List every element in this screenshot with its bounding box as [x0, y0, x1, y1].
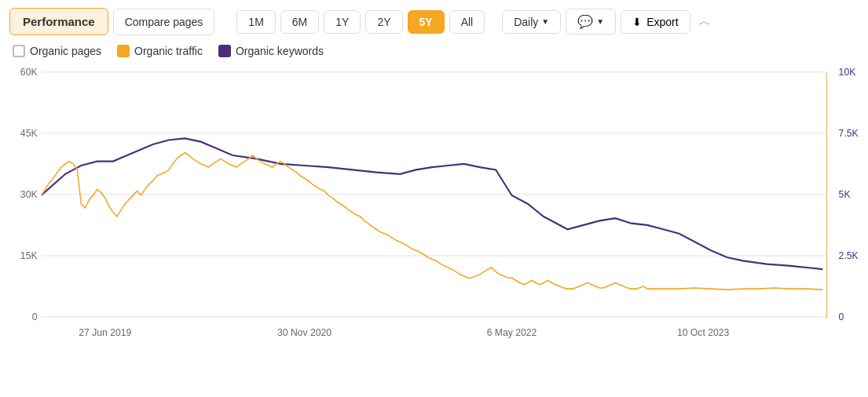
legend-organic-pages[interactable]: Organic pages [13, 45, 101, 57]
svg-text:5K: 5K [839, 189, 851, 200]
period-1m-button[interactable]: 1M [236, 10, 275, 34]
compare-pages-button[interactable]: Compare pages [113, 9, 215, 35]
legend-pages-label: Organic pages [30, 45, 101, 57]
legend-pages-checkbox [13, 45, 25, 57]
legend-traffic-label: Organic traffic [134, 45, 203, 57]
svg-text:45K: 45K [20, 128, 38, 139]
legend-organic-traffic[interactable]: Organic traffic [117, 45, 203, 57]
svg-text:2.5K: 2.5K [839, 250, 859, 261]
period-5y-button[interactable]: 5Y [408, 10, 445, 34]
period-1y-button[interactable]: 1Y [324, 10, 361, 34]
collapse-button[interactable]: ︿ [695, 10, 714, 33]
chevron-down-icon: ▼ [541, 17, 549, 26]
performance-button[interactable]: Performance [9, 8, 108, 35]
svg-text:60K: 60K [20, 67, 38, 78]
chart-area: 60K 45K 30K 15K 0 10K 7.5K 5K 2.5K 0 27 … [9, 64, 859, 370]
chevron-down-icon-2: ▼ [596, 17, 604, 26]
svg-text:0: 0 [839, 311, 844, 322]
legend-organic-keywords[interactable]: Organic keywords [218, 45, 324, 57]
traffic-line [42, 153, 823, 290]
chart-svg: 60K 45K 30K 15K 0 10K 7.5K 5K 2.5K 0 27 … [9, 64, 859, 370]
export-label: Export [646, 16, 678, 28]
granularity-button[interactable]: Daily ▼ [502, 10, 561, 34]
svg-text:6 May 2022: 6 May 2022 [487, 326, 537, 337]
period-2y-button[interactable]: 2Y [365, 10, 402, 34]
svg-text:27 Jun 2019: 27 Jun 2019 [79, 326, 131, 337]
period-6m-button[interactable]: 6M [280, 10, 319, 34]
svg-text:10 Oct 2023: 10 Oct 2023 [677, 326, 729, 337]
svg-text:7.5K: 7.5K [839, 128, 859, 139]
legend-traffic-checkbox [117, 45, 130, 57]
granularity-label: Daily [514, 16, 538, 28]
svg-text:30 Nov 2020: 30 Nov 2020 [277, 326, 331, 337]
legend-keywords-label: Organic keywords [236, 45, 324, 57]
svg-text:0: 0 [32, 311, 38, 322]
performance-container: Performance Compare pages 1M 6M 1Y 2Y 5Y… [0, 0, 868, 397]
chevron-up-icon: ︿ [698, 14, 711, 27]
legend-keywords-checkbox [218, 45, 231, 57]
download-icon: ⬇ [632, 16, 642, 28]
svg-text:30K: 30K [20, 189, 38, 200]
toolbar: Performance Compare pages 1M 6M 1Y 2Y 5Y… [9, 8, 859, 35]
keywords-line [42, 138, 823, 269]
annotation-icon: 💬 [577, 14, 593, 29]
period-all-button[interactable]: All [449, 10, 485, 34]
svg-text:15K: 15K [20, 250, 38, 261]
export-button[interactable]: ⬇ Export [621, 10, 690, 34]
annotation-button[interactable]: 💬 ▼ [566, 9, 616, 35]
svg-text:10K: 10K [839, 67, 856, 78]
chart-legend: Organic pages Organic traffic Organic ke… [9, 45, 859, 57]
